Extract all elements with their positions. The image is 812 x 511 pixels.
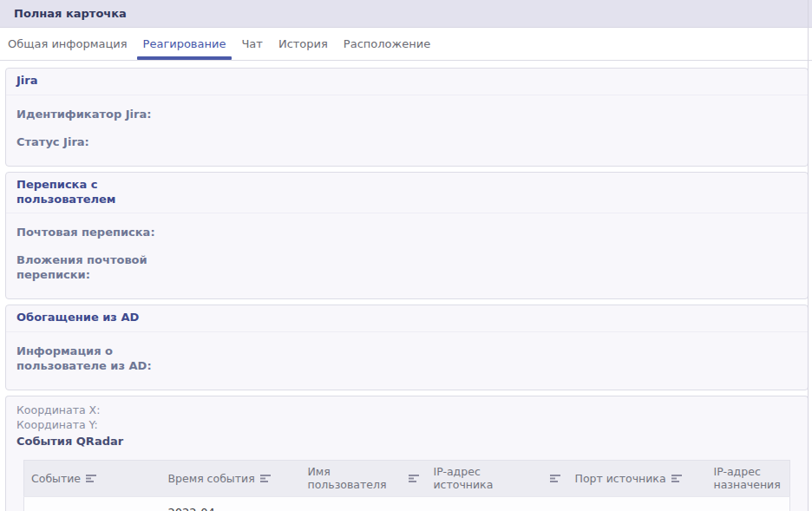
sort-icon bbox=[409, 474, 420, 483]
cell-username bbox=[301, 497, 427, 511]
section-user-correspondence: Переписка с пользователем Почтовая переп… bbox=[5, 172, 809, 299]
field-ad-user-info-label: Информация о пользователе из AD: bbox=[16, 344, 177, 374]
section-ad-enrichment-title: Обогащение из AD bbox=[16, 311, 139, 325]
section-user-correspondence-header: Переписка с пользователем bbox=[6, 173, 808, 214]
field-mail-correspondence: Почтовая переписка: bbox=[16, 226, 797, 240]
column-header-source-port-label: Порт источника bbox=[575, 472, 666, 486]
table-row[interactable]: service started 2022-04-14T16:05:51.000+… bbox=[24, 497, 790, 511]
section-jira-title: Jira bbox=[16, 74, 37, 88]
response-tab-content: Jira Идентификатор Jira: Статус Jira: Пе… bbox=[0, 61, 812, 511]
field-jira-id: Идентификатор Jira: bbox=[16, 108, 797, 122]
coordinate-x-label: Координата X: bbox=[16, 403, 797, 417]
cell-event-time: 2022-04-14T16:05:51.000+03:00 bbox=[161, 497, 301, 511]
tab-bar: Общая информация Реагирование Чат Истори… bbox=[0, 28, 812, 61]
section-jira-body: Идентификатор Jira: Статус Jira: bbox=[6, 95, 808, 166]
sort-icon bbox=[671, 474, 683, 483]
section-user-correspondence-body: Почтовая переписка: Вложения почтовой пе… bbox=[6, 213, 808, 298]
table-header-row: Событие Время события bbox=[24, 460, 790, 496]
column-header-event[interactable]: Событие bbox=[24, 460, 161, 496]
tab-response[interactable]: Реагирование bbox=[135, 28, 234, 60]
qradar-events-title: События QRadar bbox=[16, 433, 797, 449]
section-qradar-events: Координата X: Координата Y: События QRad… bbox=[5, 396, 809, 511]
column-header-username-label: Имя пользователя bbox=[308, 465, 403, 492]
field-ad-user-info: Информация о пользователе из AD: bbox=[16, 344, 797, 374]
section-qradar-body: Координата X: Координата Y: События QRad… bbox=[6, 396, 808, 511]
column-header-source-port[interactable]: Порт источника bbox=[568, 460, 707, 496]
section-ad-enrichment-body: Информация о пользователе из AD: bbox=[6, 332, 808, 390]
sort-icon bbox=[550, 474, 561, 483]
field-mail-attachments-label: Вложения почтовой переписки: bbox=[16, 253, 177, 283]
titlebar: Полная карточка bbox=[0, 0, 812, 28]
column-header-event-label: Событие bbox=[31, 472, 81, 486]
column-header-username[interactable]: Имя пользователя bbox=[301, 460, 427, 496]
sort-icon bbox=[86, 474, 97, 483]
column-header-destination-ip[interactable]: IP-адрес назначения bbox=[707, 460, 790, 496]
page-title: Полная карточка bbox=[14, 7, 127, 20]
tab-chat[interactable]: Чат bbox=[233, 28, 270, 60]
section-jira-header: Jira bbox=[6, 69, 808, 95]
field-jira-status: Статус Jira: bbox=[16, 135, 797, 150]
section-ad-enrichment-header: Обогащение из AD bbox=[6, 305, 808, 332]
column-header-destination-ip-label: IP-адрес назначения bbox=[714, 465, 783, 492]
field-jira-status-label: Статус Jira: bbox=[16, 135, 89, 150]
column-header-source-ip[interactable]: IP-адрес источника bbox=[427, 460, 568, 496]
cell-event: service started bbox=[24, 497, 161, 511]
cell-source-port: 35099 bbox=[568, 497, 707, 511]
section-ad-enrichment: Обогащение из AD Информация о пользовате… bbox=[5, 305, 809, 390]
cell-source-ip: 192.168.12.46 bbox=[427, 497, 568, 511]
panel-right-edge bbox=[808, 0, 809, 511]
column-header-source-ip-label: IP-адрес источника bbox=[434, 465, 505, 492]
sort-icon bbox=[260, 474, 272, 483]
field-jira-id-label: Идентификатор Jira: bbox=[16, 108, 151, 122]
field-mail-correspondence-label: Почтовая переписка: bbox=[16, 226, 155, 240]
tab-history[interactable]: История bbox=[271, 28, 336, 60]
coordinate-y-label: Координата Y: bbox=[16, 417, 797, 432]
section-jira: Jira Идентификатор Jira: Статус Jira: bbox=[5, 68, 809, 167]
qradar-events-table: Событие Время события bbox=[23, 460, 790, 511]
tab-general-info[interactable]: Общая информация bbox=[0, 28, 135, 60]
section-user-correspondence-title: Переписка с пользователем bbox=[16, 178, 168, 207]
column-header-event-time[interactable]: Время события bbox=[161, 460, 301, 496]
field-mail-attachments: Вложения почтовой переписки: bbox=[16, 253, 797, 283]
tab-location[interactable]: Расположение bbox=[336, 28, 438, 60]
column-header-event-time-label: Время события bbox=[168, 472, 255, 486]
cell-destination-ip: 192.168.12.46 bbox=[707, 497, 790, 511]
